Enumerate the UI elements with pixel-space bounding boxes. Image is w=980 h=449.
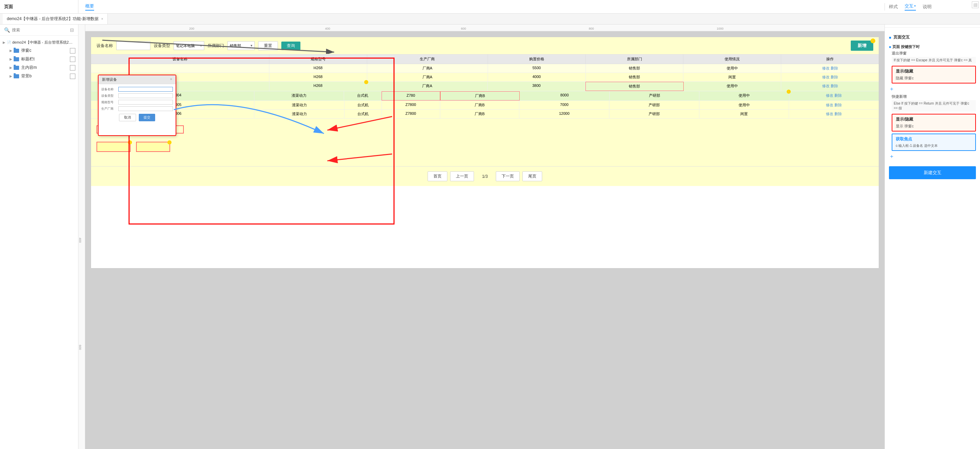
search-bar: 设备名称 设备类型 笔记本电脑 ▼ 所属部门 销售部 [91, 37, 879, 54]
plus-button-2[interactable]: ＋ [889, 153, 976, 160]
sidebar-item-dialog[interactable]: ▶ 弹窗c [0, 46, 78, 55]
td-action-2: 修改 删除 [781, 73, 879, 81]
dept-label: 所属部门 [208, 43, 224, 49]
td-dept-5: 产研部 [609, 101, 699, 109]
td-vendor-1: 厂商A [367, 64, 488, 73]
search-input[interactable] [12, 28, 53, 32]
visibility-indicator-titlebar[interactable] [70, 57, 75, 62]
page-section-label: 页面 [4, 4, 13, 10]
sidebar-item-titlebar[interactable]: ▶ 标题栏t [0, 55, 78, 63]
tab-explain[interactable]: 说明 [923, 4, 932, 10]
form-row-1 [97, 125, 873, 133]
popup-cancel-button[interactable]: 取消 [119, 114, 136, 121]
th-model: 规格型号 [269, 54, 367, 64]
visibility-indicator-dialog[interactable] [70, 48, 75, 54]
td-dept-1: 销售部 [586, 64, 684, 73]
edit-link-6[interactable]: 修改 [826, 112, 834, 116]
filter-icon[interactable]: ⊟ [70, 27, 74, 33]
tab-style[interactable]: 样式 [889, 4, 898, 10]
popup-field-1: 设备名称 [101, 87, 173, 92]
right-panel-tabs-header: 样式 交互 说明 [885, 3, 980, 11]
delete-link-2[interactable]: 删除 [830, 75, 838, 79]
condition-2: Else If 按下的键 == Return 并且 元件可见于 弹窗c == 假 [892, 100, 976, 112]
plus-button-1[interactable]: ＋ [889, 86, 976, 93]
edit-link-2[interactable]: 修改 [822, 75, 830, 79]
action-2-title: 显示/隐藏 [896, 116, 972, 122]
condition-1: If 按下的键 == Escape 并且 元件可见于 弹窗c == 真 [892, 57, 976, 64]
popup-select-1[interactable] [118, 94, 173, 98]
add-button[interactable]: 新增 [851, 41, 873, 51]
sidebar-search[interactable]: 🔍 [4, 27, 53, 33]
sidebar-page-item[interactable]: ▶ 📄 demo24【中继器 - 后台管理系统2】功能-新增数据 [0, 38, 78, 46]
edit-link-1[interactable]: 修改 [822, 66, 830, 70]
popup-field-2: 设备类型 [101, 94, 173, 98]
expand-arrow-main: ▶ [10, 66, 12, 70]
table-header: 设备名称 规格型号 生产厂商 购置价格 所属部门 使用情况 操作 [91, 54, 879, 64]
td-vendor-3: 厂商A [367, 82, 488, 91]
popup-input-4[interactable] [118, 106, 173, 111]
event-section: ■ 页面 按键按下时 退出弹窗 If 按下的键 == Escape 并且 元件可… [889, 43, 976, 160]
new-interaction-button[interactable]: 新建交互 [889, 166, 976, 179]
tab-overview[interactable]: 概要 [85, 3, 94, 11]
delete-link-4[interactable]: 删除 [834, 94, 842, 97]
table-row: TG_10006 渣渠动力 台式机 Z7800 厂商B 12000 产研部 闲置… [91, 110, 879, 119]
focus-title: 获取焦点 [896, 136, 972, 142]
next-page-button[interactable]: 下一页 [496, 171, 520, 181]
popup-submit-button[interactable]: 提交 [139, 114, 155, 121]
focus-box: 获取焦点 c-输入框-1.设备名 选中文本 [892, 133, 976, 151]
sidebar-item-label-bg: 背景b [21, 73, 32, 79]
td-brand-4: 渣渠动力 [255, 91, 344, 100]
focus-content: c-输入框-1.设备名 选中文本 [896, 143, 972, 148]
td-dept-6: 产研部 [609, 110, 699, 118]
dept-select[interactable]: 销售部 ▼ [228, 41, 255, 50]
edit-link-3[interactable]: 修改 [822, 84, 830, 88]
right-panel-body: ■ 页面交互 ■ 页面 按键按下时 退出弹窗 If 按下的键 == Escape… [885, 28, 980, 449]
tab-close-button[interactable]: × [101, 17, 103, 21]
edit-link-4[interactable]: 修改 [826, 94, 834, 97]
event-icon: ■ [889, 45, 891, 49]
query-button[interactable]: 查询 [281, 41, 301, 50]
tab-bar: demo24【中继器 - 后台管理系统2】功能-新增数据 × [0, 14, 980, 25]
ruler-tick-400: 400 [325, 27, 330, 30]
ruler-tick-1000: 1000 [717, 27, 724, 30]
delete-link-6[interactable]: 删除 [834, 112, 842, 116]
popup-input-1[interactable] [118, 87, 173, 92]
action-box-2: 显示/隐藏 显示 弹窗c [892, 114, 976, 132]
first-page-button[interactable]: 首页 [428, 171, 447, 181]
page-item-label: demo24【中继器 - 后台管理系统2】功能-新增数据 [12, 40, 75, 45]
edit-link-5[interactable]: 修改 [826, 103, 834, 107]
th-action: 操作 [781, 54, 879, 64]
delete-link-5[interactable]: 删除 [834, 103, 842, 107]
th-dept: 所属部门 [586, 54, 684, 64]
visibility-indicator-main[interactable] [70, 65, 75, 70]
prev-page-button[interactable]: 上一页 [450, 171, 474, 181]
popup-field-4: 生产厂商 [101, 106, 173, 111]
folder-icon-main [14, 66, 19, 70]
device-name-input[interactable] [116, 41, 150, 50]
td-type-6: 台式机 [344, 110, 382, 118]
ruler-v-600: 600 [78, 345, 82, 350]
delete-link-3[interactable]: 删除 [830, 84, 838, 88]
subsection-1-title: 退出弹窗 [892, 51, 976, 56]
form-btn-2[interactable]: ⚡ [136, 142, 170, 152]
sidebar-item-bg[interactable]: ▶ 背景b [0, 72, 78, 80]
popup-input-3[interactable] [118, 100, 173, 105]
add-lightning-badge: ⚡ [870, 38, 875, 43]
device-type-select[interactable]: 笔记本电脑 ▼ [173, 41, 204, 50]
page-info: 1/3 [477, 172, 493, 181]
form-btn-1[interactable]: ⚡ [97, 142, 130, 152]
last-page-button[interactable]: 尾页 [522, 171, 542, 181]
action-box-1: 显示/隐藏 隐藏 弹窗c [892, 66, 976, 84]
device-name-text-input[interactable] [119, 44, 148, 48]
active-tab[interactable]: demo24【中继器 - 后台管理系统2】功能-新增数据 × [3, 14, 108, 24]
add-button-wrap: 新增 ⚡ [851, 41, 873, 51]
td-price-1: 5500 [488, 64, 586, 73]
reset-button[interactable]: 重置 [258, 41, 278, 51]
tab-interact[interactable]: 交互 [905, 3, 916, 11]
delete-link-1[interactable]: 删除 [830, 66, 838, 70]
sidebar-item-main[interactable]: ▶ 主内容m [0, 63, 78, 72]
search-icon: 🔍 [4, 27, 10, 33]
th-status: 使用情况 [683, 54, 781, 64]
visibility-indicator-bg[interactable] [70, 74, 75, 79]
action-box-1-header: 显示/隐藏 [896, 68, 972, 76]
